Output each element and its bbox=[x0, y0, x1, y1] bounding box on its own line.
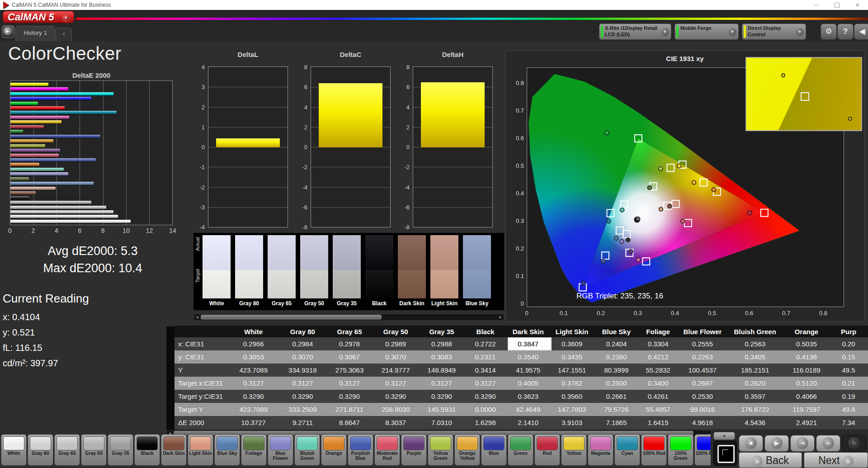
table-cell: 0.5120 bbox=[784, 377, 832, 390]
patch-button-dark-skin[interactable]: Dark Skin bbox=[161, 434, 187, 466]
table-cell: 0.2620 bbox=[729, 377, 784, 390]
play-button[interactable]: ▶ bbox=[764, 435, 789, 452]
patch-button-blue-sky[interactable]: Blue Sky bbox=[214, 434, 240, 466]
next-label: Next bbox=[818, 454, 840, 466]
gridline bbox=[413, 167, 492, 167]
y-tick-label: -2 bbox=[191, 184, 205, 190]
back-button[interactable]: « Back bbox=[739, 452, 802, 468]
patch-button-white[interactable]: White bbox=[1, 434, 27, 466]
measured-dot-marker bbox=[659, 167, 663, 171]
patch-button-orange-yellow[interactable]: Orange Yellow bbox=[454, 434, 480, 466]
measured-dot-marker bbox=[748, 211, 752, 215]
collapse-tray-button[interactable]: ▲ bbox=[713, 432, 735, 440]
calman-menu-button[interactable]: CalMAN 5 ▼ bbox=[3, 11, 74, 23]
swatch-strip-scrollbar[interactable]: ◄ ► bbox=[193, 314, 504, 321]
table-row: Target Y423.7089333.2509271.8711208.8030… bbox=[175, 403, 868, 416]
chevron-down-icon[interactable]: ▼ bbox=[728, 28, 736, 36]
stop-icon: ■ bbox=[745, 437, 757, 449]
chevron-double-left-icon: « bbox=[752, 456, 763, 467]
patch-swatch bbox=[483, 436, 505, 450]
y-tick-label: 0 bbox=[294, 144, 307, 151]
patch-button-black[interactable]: Black bbox=[134, 434, 160, 466]
deltae-bar bbox=[10, 201, 91, 204]
measured-dot-marker bbox=[668, 204, 672, 208]
deltae-bar bbox=[10, 154, 59, 157]
patch-button-cyan[interactable]: Cyan bbox=[614, 434, 640, 466]
measured-dot-marker bbox=[692, 180, 696, 184]
row-label: x: CIE31 bbox=[175, 337, 230, 350]
display-selector[interactable]: Direct Display Control ▼ bbox=[742, 24, 806, 40]
pattern-window-button[interactable] bbox=[713, 441, 737, 466]
patch-button-blue-flower[interactable]: Blue Flower bbox=[268, 434, 293, 466]
deltae-bar bbox=[10, 102, 38, 105]
deltae-bar bbox=[10, 210, 113, 213]
source-status-bar bbox=[676, 25, 679, 38]
minimize-button[interactable] bbox=[806, 0, 826, 10]
y-tick-label: 0 bbox=[191, 144, 205, 151]
continuous-button[interactable]: ∞ bbox=[816, 435, 840, 452]
strip-row-label: Actual bbox=[193, 244, 202, 250]
gridline bbox=[413, 187, 492, 188]
next-button[interactable]: Next » bbox=[804, 452, 868, 468]
scroll-right-icon[interactable]: ► bbox=[497, 314, 504, 320]
patch-button-magenta[interactable]: Magenta bbox=[588, 434, 613, 466]
strip-patch-light-skin: Light Skin bbox=[430, 235, 458, 307]
patch-button-gray-65[interactable]: Gray 65 bbox=[54, 434, 80, 466]
patch-button-gray-80[interactable]: Gray 80 bbox=[28, 434, 53, 466]
step-button[interactable]: ⇥ bbox=[790, 435, 815, 452]
patch-button-gray-35[interactable]: Gray 35 bbox=[108, 434, 133, 466]
table-cell: 4.5436 bbox=[729, 416, 784, 429]
deltae-bar bbox=[10, 106, 65, 109]
patch-button-label: Orange Yellow bbox=[455, 451, 480, 461]
deltah-chart: 86420-2-4-6-8 bbox=[413, 66, 493, 227]
source-selector[interactable]: Mobile Forge ▼ bbox=[675, 24, 739, 40]
x-tick-label: 0.3 bbox=[630, 310, 646, 317]
patch-button-yellow[interactable]: Yellow bbox=[561, 434, 587, 466]
collapse-panel-button[interactable]: ◀ bbox=[854, 24, 868, 40]
patch-button-gray-50[interactable]: Gray 50 bbox=[81, 434, 107, 466]
patch-button-green[interactable]: Green bbox=[508, 434, 533, 466]
patch-button-red[interactable]: Red bbox=[534, 434, 560, 466]
refresh-button[interactable]: ↻ bbox=[842, 435, 866, 452]
patch-swatch bbox=[377, 436, 398, 450]
close-button[interactable]: × bbox=[847, 0, 868, 10]
add-tab-button[interactable]: + bbox=[56, 28, 72, 41]
patch-button-purplish-blue[interactable]: Purplish Blue bbox=[348, 434, 373, 466]
scrollbar-thumb[interactable] bbox=[201, 315, 382, 320]
scroll-left-icon[interactable]: ◄ bbox=[194, 314, 200, 320]
patch-button-moderate-red[interactable]: Moderate Red bbox=[374, 434, 400, 466]
rainbow-divider bbox=[76, 18, 868, 20]
calman-app-icon bbox=[3, 1, 9, 9]
column-header: Orange bbox=[784, 326, 832, 337]
deltah-chart-title: DeltaH bbox=[413, 51, 493, 58]
table-cell: 100.4537 bbox=[679, 364, 729, 377]
patch-button-blue[interactable]: Blue bbox=[481, 434, 507, 466]
tab-history-1[interactable]: History 1 bbox=[15, 26, 55, 41]
patch-button-foliage[interactable]: Foliage bbox=[241, 434, 267, 466]
patch-button-100--green[interactable]: 100% Green bbox=[668, 434, 693, 466]
patch-button-label: Moderate Red bbox=[375, 451, 400, 461]
chevron-down-icon[interactable]: ▼ bbox=[796, 28, 804, 36]
settings-button[interactable]: ⚙ bbox=[821, 24, 837, 40]
table-cell: 4.9618 bbox=[679, 416, 729, 429]
patch-button-light-skin[interactable]: Light Skin bbox=[188, 434, 213, 466]
patch-button-bluish-green[interactable]: Bluish Green bbox=[294, 434, 320, 466]
stop-button[interactable]: ■ bbox=[739, 435, 763, 452]
chevron-down-icon[interactable]: ▼ bbox=[661, 28, 669, 36]
patch-button-purple[interactable]: Purple bbox=[401, 434, 427, 466]
table-cell: 0.2984 bbox=[280, 337, 328, 350]
patch-button-100--red[interactable]: 100% Red bbox=[641, 434, 667, 466]
gridline bbox=[208, 167, 288, 167]
meter-selector[interactable]: X-Rite i1Display Retail LCD (LED) ▼ bbox=[599, 24, 671, 40]
table-cell: 0.2661 bbox=[595, 390, 641, 403]
current-cdm2-value: cd/m²: 397.97 bbox=[3, 358, 58, 369]
table-cell: 0.3435 bbox=[552, 350, 595, 364]
help-button[interactable]: ? bbox=[837, 24, 854, 40]
patch-button-orange[interactable]: Orange bbox=[321, 434, 347, 466]
play-icon: ▶ bbox=[771, 437, 783, 449]
workflow-run-button[interactable]: ▶ bbox=[2, 25, 14, 38]
restore-button[interactable] bbox=[826, 0, 847, 10]
patch-button-yellow-green[interactable]: Yellow Green bbox=[428, 434, 453, 466]
x-tick-label: 0.5 bbox=[704, 310, 720, 317]
patch-swatch bbox=[643, 436, 665, 450]
